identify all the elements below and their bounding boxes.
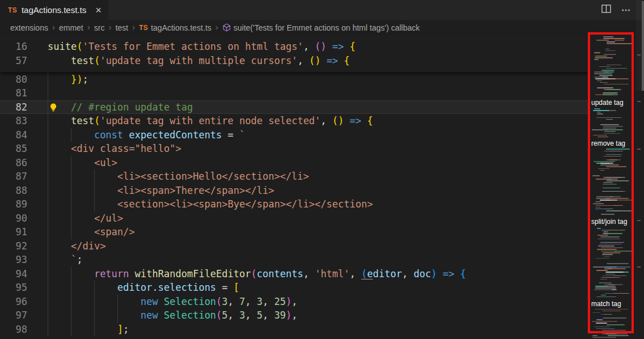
minimap-code-texture: [597, 228, 601, 229]
code-line-92[interactable]: 92 </div>: [0, 239, 588, 253]
breadcrumb-item-suite[interactable]: suite('Tests for Emmet actions on html t…: [222, 23, 420, 32]
more-actions-icon[interactable]: ⋯: [621, 5, 632, 15]
line-number[interactable]: 16: [0, 40, 27, 54]
line-number[interactable]: 93: [0, 253, 27, 267]
minimap-code-texture: [594, 327, 610, 328]
code-text: ];: [48, 323, 129, 337]
minimap-code-texture: [601, 230, 625, 231]
code-line-81[interactable]: 81: [0, 86, 588, 100]
lightbulb-icon[interactable]: [49, 103, 58, 112]
code-line-91[interactable]: 91 <span/>: [0, 225, 588, 239]
split-editor-icon[interactable]: [601, 5, 611, 15]
minimap-code-texture: [600, 164, 619, 166]
scrollbar-thumb[interactable]: [642, 1, 644, 91]
line-number[interactable]: 82: [0, 100, 27, 115]
minimap-code-texture: [596, 328, 614, 329]
line-number[interactable]: 97: [0, 308, 27, 323]
code-line-88[interactable]: 88 <li><span>There</span></li>: [0, 184, 588, 198]
minimap-code-texture: [592, 312, 600, 313]
code-line-94[interactable]: 94 return withRandomFileEditor(contents,…: [0, 267, 588, 281]
breadcrumb-item-tagactions.test.ts[interactable]: TStagActions.test.ts: [139, 23, 212, 32]
breadcrumb-separator-icon: ›: [132, 22, 135, 32]
line-number[interactable]: 98: [0, 323, 27, 337]
code-line-90[interactable]: 90 </ul>: [0, 211, 588, 226]
minimap-code-texture: [612, 289, 617, 290]
typescript-file-icon: TS: [8, 6, 17, 14]
line-number[interactable]: 85: [0, 142, 27, 156]
code-line-87[interactable]: 87 <li><section>Hello</section></li>: [0, 170, 588, 184]
code-line-96[interactable]: 96 new Selection(3, 7, 3, 25),: [0, 295, 588, 309]
minimap-code-texture: [601, 295, 606, 296]
minimap-code-texture: [592, 321, 617, 322]
line-number[interactable]: 96: [0, 295, 27, 309]
line-number[interactable]: 92: [0, 239, 27, 253]
line-number[interactable]: 87: [0, 170, 27, 184]
scrollbar[interactable]: [636, 0, 644, 339]
minimap-code-texture: [601, 286, 616, 287]
line-number[interactable]: 90: [0, 211, 27, 226]
minimap[interactable]: update tagremove tagsplit/join tagmatch …: [590, 35, 633, 339]
minimap-code-texture: [608, 156, 620, 157]
minimap-code-texture: [597, 80, 602, 82]
tab-tagactions-test-ts[interactable]: TS tagActions.test.ts ×: [0, 0, 108, 20]
minimap-code-texture: [606, 272, 624, 273]
code-line-89[interactable]: 89 <section><li><span>Bye</span></li></s…: [0, 197, 588, 211]
code-line-98[interactable]: 98 ];: [0, 323, 588, 337]
line-number[interactable]: 89: [0, 197, 27, 211]
code-line-95[interactable]: 95 editor.selections = [: [0, 281, 588, 295]
code-text: return withRandomFileEditor(contents, 'h…: [48, 267, 466, 281]
breadcrumb-item-test[interactable]: test: [115, 23, 128, 32]
code-text: [48, 86, 71, 100]
code-line-84[interactable]: 84 const expectedContents = `: [0, 128, 588, 142]
code-text: // #region update tag: [48, 100, 193, 115]
minimap-code-texture: [593, 204, 604, 205]
line-number[interactable]: 88: [0, 184, 27, 198]
close-icon[interactable]: ×: [95, 5, 102, 15]
line-number[interactable]: 91: [0, 225, 27, 239]
breadcrumb-label: emmet: [59, 23, 83, 32]
code-text: new Selection(3, 7, 3, 25),: [48, 295, 297, 309]
line-number[interactable]: 81: [0, 86, 27, 100]
breadcrumb-item-emmet[interactable]: emmet: [59, 23, 83, 32]
code-line-93[interactable]: 93 `;: [0, 253, 588, 267]
breadcrumb-item-src[interactable]: src: [94, 23, 105, 32]
code-text: <li><section>Hello</section></li>: [48, 170, 309, 184]
line-number[interactable]: 84: [0, 128, 27, 142]
breadcrumb: extensions›emmet›src›test›TStagActions.t…: [0, 20, 644, 35]
minimap-code-texture: [603, 317, 626, 319]
breadcrumb-separator-icon: ›: [87, 22, 90, 32]
line-number[interactable]: 95: [0, 281, 27, 295]
breadcrumb-item-extensions[interactable]: extensions: [10, 23, 48, 32]
tab-bar: TS tagActions.test.ts × ⋯: [0, 0, 644, 20]
line-number[interactable]: 94: [0, 267, 27, 281]
minimap-code-texture: [592, 175, 600, 176]
minimap-code-texture: [604, 256, 610, 257]
minimap-code-texture: [607, 43, 632, 44]
code-line-97[interactable]: 97 new Selection(5, 3, 5, 39),: [0, 308, 588, 323]
minimap-code-texture: [605, 274, 615, 275]
minimap-code-texture: [603, 92, 618, 94]
minimap-code-texture: [607, 180, 629, 181]
code-editor[interactable]: });80 });81 82 // #region update tag83 t…: [0, 35, 644, 339]
code-line-80[interactable]: 80 });: [0, 73, 588, 87]
breadcrumb-separator-icon: ›: [52, 22, 55, 32]
code-line-82[interactable]: 82 // #region update tag: [0, 100, 588, 115]
minimap-code-texture: [609, 151, 623, 152]
minimap-code-texture: [614, 40, 624, 41]
code-line-83[interactable]: 83 test('update tag with entire node sel…: [0, 114, 588, 128]
line-number[interactable]: 83: [0, 114, 27, 128]
code-line-85[interactable]: 85 <div class="hello">: [0, 142, 588, 156]
code-text: test('update tag with entire node select…: [48, 114, 373, 128]
breadcrumb-label: extensions: [10, 23, 48, 32]
line-number[interactable]: 80: [0, 73, 27, 87]
breadcrumb-label: src: [94, 23, 105, 32]
code-line-57[interactable]: 57 test('update tag with multiple cursor…: [0, 54, 588, 68]
line-number[interactable]: 86: [0, 156, 27, 170]
minimap-code-texture: [594, 59, 599, 60]
code-line-16[interactable]: 16suite('Tests for Emmet actions on html…: [0, 40, 588, 54]
minimap-code-texture: [592, 332, 607, 333]
line-number[interactable]: 57: [0, 54, 27, 68]
minimap-code-texture: [603, 128, 616, 129]
code-line-86[interactable]: 86 <ul>: [0, 156, 588, 170]
minimap-code-texture: [602, 254, 613, 255]
